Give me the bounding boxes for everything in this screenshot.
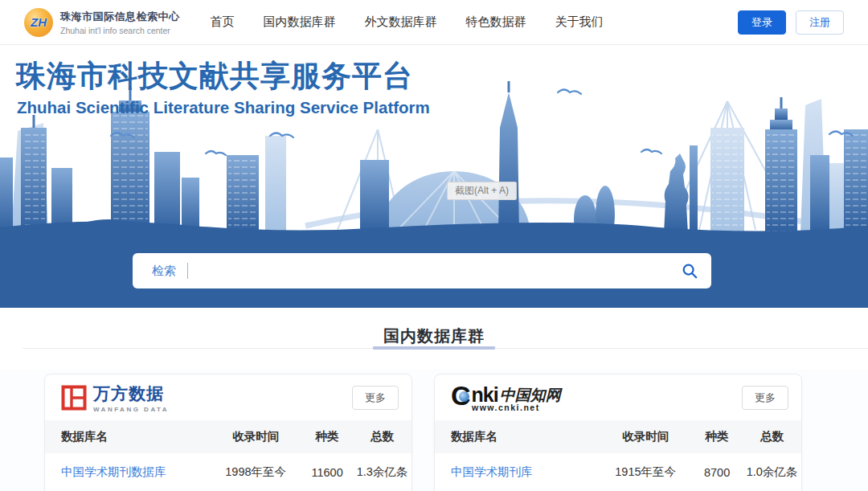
domestic-databases-section: 国内数据库群 万方数据 WANFANG DATA 更多 (0, 308, 868, 491)
top-bar: ZH 珠海市国际信息检索中心 Zhuhai int'l info search … (0, 0, 868, 45)
wanfang-brand-sub: WANFANG DATA (93, 406, 169, 413)
wanfang-logo[interactable]: 万方数据 WANFANG DATA (61, 383, 169, 413)
col-header-db-name: 数据库名 (45, 420, 210, 453)
nav-item-special-databases[interactable]: 特色数据群 (466, 14, 526, 30)
search-box[interactable]: 检索 (133, 253, 711, 288)
section-title-underline (373, 346, 495, 350)
zh-logo-icon: ZH (24, 8, 53, 37)
table-row: 中国学术期刊数据库 1998年至今 11600 1.3余亿条 (45, 453, 411, 491)
cnki-url: www.cnki.net (472, 403, 540, 412)
cell-coverage: 1915年至今 (600, 453, 691, 491)
col-header-db-name: 数据库名 (435, 420, 600, 453)
platform-title: 珠海市科技文献共享服务平台 (16, 56, 413, 96)
main-nav: 首页 国内数据库群 外文数据库群 特色数据群 关于我们 (211, 14, 604, 30)
search-button[interactable] (668, 253, 711, 288)
nav-item-home[interactable]: 首页 (211, 14, 235, 30)
table-header-row: 数据库名 收录时间 种类 总数 (435, 420, 801, 453)
cell-types: 8700 (691, 453, 743, 491)
wanfang-brand-name: 万方数据 (93, 383, 169, 405)
nav-item-about-us[interactable]: 关于我们 (555, 14, 604, 30)
cell-types: 11600 (301, 453, 353, 491)
wanfang-logo-icon (61, 385, 87, 411)
search-input[interactable] (188, 253, 668, 288)
cell-coverage: 1998年至今 (210, 453, 301, 491)
hero-banner: 珠海市科技文献共享服务平台 Zhuhai Scientific Literatu… (0, 45, 868, 234)
col-header-coverage: 收录时间 (600, 420, 691, 453)
site-logo[interactable]: ZH 珠海市国际信息检索中心 Zhuhai int'l info search … (24, 8, 180, 37)
nav-item-foreign-databases[interactable]: 外文数据库群 (365, 14, 437, 30)
col-header-total: 总数 (743, 420, 801, 453)
cnki-more-button[interactable]: 更多 (742, 386, 788, 410)
cell-total: 1.3余亿条 (353, 453, 411, 491)
database-link[interactable]: 中国学术期刊数据库 (61, 465, 166, 478)
register-button[interactable]: 注册 (796, 10, 844, 35)
login-button[interactable]: 登录 (738, 10, 786, 35)
table-header-row: 数据库名 收录时间 种类 总数 (45, 420, 411, 453)
section-title: 国内数据库群 (0, 325, 868, 347)
screenshot-tooltip: 截图(Alt + A) (447, 182, 517, 200)
wanfang-database-table: 数据库名 收录时间 种类 总数 中国学术期刊数据库 1998年至今 11600 … (45, 420, 411, 491)
brand-subtitle: Zhuhai int'l info search center (60, 26, 180, 35)
col-header-types: 种类 (691, 420, 743, 453)
search-label: 检索 (152, 264, 176, 279)
col-header-total: 总数 (353, 420, 411, 453)
col-header-types: 种类 (301, 420, 353, 453)
wanfang-more-button[interactable]: 更多 (352, 386, 399, 410)
wanfang-card: 万方数据 WANFANG DATA 更多 数据库名 收录时间 种类 总数 (44, 374, 412, 491)
cnki-database-table: 数据库名 收录时间 种类 总数 中国学术期刊库 1915年至今 8700 1.0… (435, 420, 801, 491)
table-row: 中国学术期刊库 1915年至今 8700 1.0余亿条 (435, 453, 801, 491)
search-band: 检索 (0, 234, 868, 308)
database-link[interactable]: 中国学术期刊库 (451, 465, 533, 478)
cnki-logo[interactable]: C nki 中国知网 www.cnki.net (451, 382, 561, 414)
nav-item-domestic-databases[interactable]: 国内数据库群 (264, 14, 336, 30)
cell-total: 1.0余亿条 (743, 453, 801, 491)
cnki-card: C nki 中国知网 www.cnki.net 更多 数据库名 收录时间 种类 … (434, 374, 802, 491)
cnki-globe-icon (459, 391, 469, 402)
col-header-coverage: 收录时间 (210, 420, 301, 453)
brand-title: 珠海市国际信息检索中心 (60, 10, 180, 24)
platform-subtitle: Zhuhai Scientific Literature Sharing Ser… (17, 98, 430, 117)
search-icon (681, 262, 698, 280)
